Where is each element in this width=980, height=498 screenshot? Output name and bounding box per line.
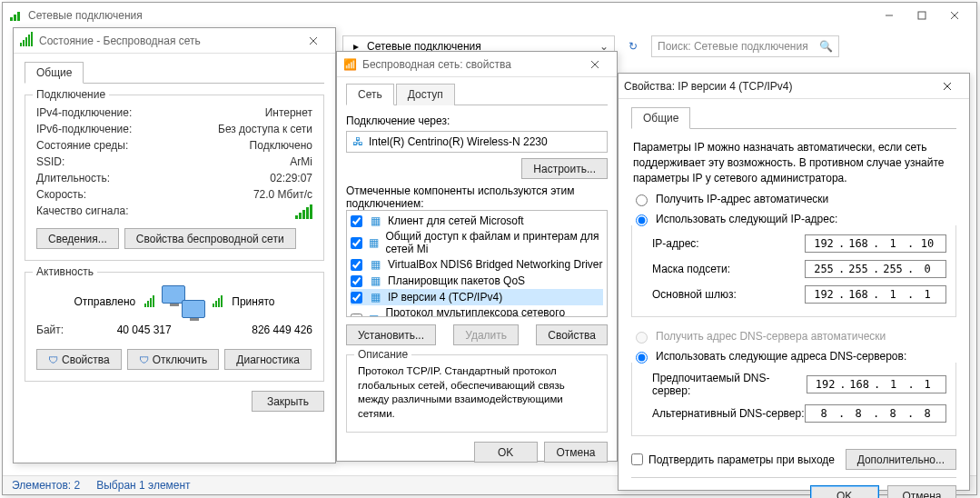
svg-rect-2 xyxy=(17,12,20,21)
ipv4-properties-window: Свойства: IP версии 4 (TCP/IPv4) Общие П… xyxy=(618,73,970,491)
diagnose-button[interactable]: Диагностика xyxy=(224,349,312,370)
minimize-button[interactable] xyxy=(873,5,906,25)
subnet-mask-field[interactable]: 255.255.255.0 xyxy=(805,260,946,278)
component-checkbox[interactable] xyxy=(351,237,362,249)
speed-value: 72.0 Мбит/с xyxy=(253,188,312,201)
component-icon: ▦ xyxy=(368,290,382,304)
component-label: Общий доступ к файлам и принтерам для се… xyxy=(385,230,603,255)
tab-general[interactable]: Общие xyxy=(631,107,690,129)
component-item[interactable]: ▦Протокол мультиплексора сетевого адапте… xyxy=(351,305,603,317)
status-selection: Выбран 1 элемент xyxy=(96,479,190,492)
search-input[interactable]: Поиск: Сетевые подключения 🔍 xyxy=(651,35,839,57)
close-button[interactable] xyxy=(931,76,964,96)
confirm-on-exit-checkbox[interactable]: Подтвердить параметры при выходе xyxy=(631,453,835,467)
cancel-button[interactable]: Отмена xyxy=(887,485,956,498)
ipv4-label: IPv4-подключение: xyxy=(36,106,132,119)
adapter-field: 🖧 Intel(R) Centrino(R) Wireless-N 2230 xyxy=(346,131,608,153)
confirm-on-exit-input[interactable] xyxy=(631,453,643,465)
component-label: Клиент для сетей Microsoft xyxy=(388,214,524,227)
refresh-button[interactable]: ↻ xyxy=(620,34,646,59)
speed-label: Скорость: xyxy=(36,188,86,201)
svg-rect-0 xyxy=(10,17,13,21)
connect-using-label: Подключение через: xyxy=(346,115,608,127)
search-icon: 🔍 xyxy=(819,40,833,53)
media-value: Подключено xyxy=(250,139,312,152)
svg-rect-1 xyxy=(14,15,16,21)
tab-network[interactable]: Сеть xyxy=(346,84,394,105)
ipv6-label: IPv6-подключение: xyxy=(36,123,132,135)
gateway-field[interactable]: 192.168.1.1 xyxy=(805,285,946,304)
activity-monitors-icon xyxy=(162,285,205,318)
component-label: IP версии 4 (TCP/IPv4) xyxy=(388,291,502,304)
duration-label: Длительность: xyxy=(36,172,110,184)
adapter-icon: 📶 xyxy=(342,57,357,72)
group-connection: Подключение xyxy=(33,88,109,101)
adapter-name: Intel(R) Centrino(R) Wireless-N 2230 xyxy=(369,135,548,148)
component-item[interactable]: ▦VirtualBox NDIS6 Bridged Networking Dri… xyxy=(351,256,603,273)
main-titlebar: Сетевые подключения xyxy=(3,3,976,28)
install-button[interactable]: Установить... xyxy=(346,324,436,345)
component-checkbox[interactable] xyxy=(351,314,362,318)
quality-label: Качество сигнала: xyxy=(36,204,128,219)
ipv4-titlebar: Свойства: IP версии 4 (TCP/IPv4) xyxy=(619,74,969,99)
component-checkbox[interactable] xyxy=(351,292,362,304)
component-checkbox[interactable] xyxy=(351,275,362,287)
components-label: Отмеченные компоненты используются этим … xyxy=(346,184,608,210)
wifi-status-window: Состояние - Беспроводная сеть Общие Подк… xyxy=(13,27,336,463)
ipv4-intro: Параметры IP можно назначать автоматичес… xyxy=(631,129,956,189)
status-item-count: Элементов: 2 xyxy=(12,479,80,492)
props-title: Беспроводная сеть: свойства xyxy=(362,58,579,71)
uninstall-button[interactable]: Удалить xyxy=(453,324,519,345)
maximize-button[interactable] xyxy=(906,5,938,25)
close-button[interactable] xyxy=(579,55,611,75)
advanced-button[interactable]: Дополнительно... xyxy=(846,449,956,470)
ip-address-field[interactable]: 192.168.1.10 xyxy=(805,234,946,253)
tab-access[interactable]: Доступ xyxy=(396,84,455,105)
ok-button[interactable]: OK xyxy=(810,485,879,498)
media-label: Состояние среды: xyxy=(36,139,128,152)
ipv6-value: Без доступа к сети xyxy=(218,123,312,135)
properties-button[interactable]: 🛡Свойства xyxy=(36,349,122,370)
radio-manual-ip-input[interactable] xyxy=(636,214,648,226)
component-properties-button[interactable]: Свойства xyxy=(536,324,608,345)
dns2-field[interactable]: 8.8.8.8 xyxy=(805,404,946,423)
wireless-properties-button[interactable]: Свойства беспроводной сети xyxy=(124,228,296,249)
ok-button[interactable]: OK xyxy=(474,442,538,463)
svg-rect-4 xyxy=(918,12,926,19)
component-checkbox[interactable] xyxy=(351,259,362,271)
close-button[interactable] xyxy=(938,5,971,25)
radio-manual-dns-input[interactable] xyxy=(636,352,648,364)
radio-auto-ip-input[interactable] xyxy=(636,194,648,206)
cancel-button[interactable]: Отмена xyxy=(544,442,608,463)
dns1-field[interactable]: 192.168.1.1 xyxy=(807,375,946,393)
component-checkbox[interactable] xyxy=(351,215,362,227)
component-icon: ▦ xyxy=(368,235,380,250)
details-button[interactable]: Сведения... xyxy=(36,228,119,249)
recv-label: Принято xyxy=(232,295,274,308)
component-icon: ▦ xyxy=(368,312,381,317)
network-icon xyxy=(8,8,23,23)
component-item[interactable]: ▦Клиент для сетей Microsoft xyxy=(351,213,603,229)
bytes-recv: 826 449 426 xyxy=(252,324,312,336)
component-item[interactable]: ▦IP версии 4 (TCP/IPv4) xyxy=(351,289,603,305)
close-button[interactable]: Закрыть xyxy=(252,391,324,412)
disable-button[interactable]: 🛡Отключить xyxy=(127,349,220,370)
component-item[interactable]: ▦Планировщик пакетов QoS xyxy=(351,273,603,289)
component-item[interactable]: ▦Общий доступ к файлам и принтерам для с… xyxy=(351,229,603,256)
shield-icon: 🛡 xyxy=(139,354,149,365)
status-title: Состояние - Беспроводная сеть xyxy=(39,35,297,47)
sent-label: Отправлено xyxy=(74,295,136,308)
wifi-icon xyxy=(19,34,34,48)
components-list[interactable]: ▦Клиент для сетей Microsoft▦Общий доступ… xyxy=(346,210,608,317)
close-button[interactable] xyxy=(297,31,330,51)
search-placeholder: Поиск: Сетевые подключения xyxy=(658,40,808,53)
ssid-value: ArMi xyxy=(290,155,312,168)
component-label: VirtualBox NDIS6 Bridged Networking Driv… xyxy=(388,258,603,271)
tab-general[interactable]: Общие xyxy=(25,62,84,84)
radio-auto-ip[interactable]: Получить IP-адрес автоматически xyxy=(631,189,956,209)
description-label: Описание xyxy=(354,348,411,361)
activity-recv-icon xyxy=(213,296,223,307)
shield-icon: 🛡 xyxy=(48,354,58,365)
configure-button[interactable]: Настроить... xyxy=(521,158,608,179)
description-text: Протокол TCP/IP. Стандартный протокол гл… xyxy=(358,364,596,421)
